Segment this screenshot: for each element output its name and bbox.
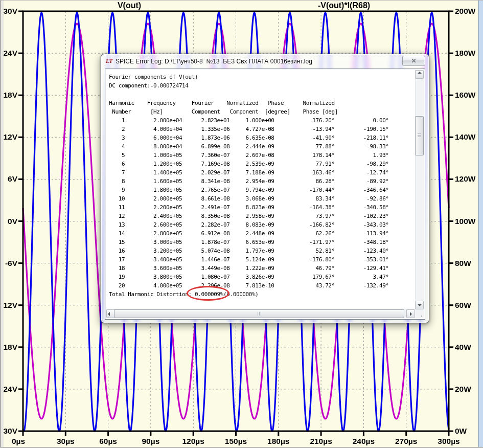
y-left-tick-label: 24V [3, 49, 17, 57]
log-line: Number [Hz] Component Component [degree]… [109, 107, 415, 116]
y-left-tick-label: 30V [3, 7, 17, 15]
log-line: 3 6.000e+04 1.873e-06 6.635e-08 -41.90° … [109, 133, 415, 142]
x-tick-label: 120µs [182, 437, 204, 445]
log-text: Fourier components of V(out)DC component… [106, 70, 415, 309]
log-line: 2 4.000e+04 1.335e-06 4.727e-08 -13.94° … [109, 125, 415, 133]
log-line: 19 3.800e+05 1.080e-07 3.826e-09 179.67°… [109, 273, 415, 281]
log-line: 10 2.000e+05 8.661e-08 3.068e-09 83.34° … [109, 194, 415, 203]
log-line: DC component:-0.000724714 [109, 81, 415, 90]
log-line: 12 2.400e+05 8.350e-08 2.958e-09 73.97° … [109, 212, 415, 220]
vertical-scroll-thumb[interactable] [415, 116, 424, 155]
x-tick-label: 270µs [395, 437, 417, 445]
log-line: 15 3.000e+05 1.878e-07 6.653e-09 -171.97… [109, 238, 415, 247]
ltspice-window: { "colors": { "plot_background": "#FBFBE… [0, 0, 483, 448]
window-edge-top [0, 0, 483, 1]
y-right-tick-label: 100W [455, 217, 476, 226]
y-left-tick-label: 0V [8, 217, 18, 226]
log-line: 6 1.200e+05 7.169e-08 2.539e-09 77.91° -… [109, 160, 415, 168]
y-right-tick-label: 0W [455, 427, 467, 435]
x-tick-label: 150µs [225, 437, 247, 445]
scroll-down-icon[interactable] [415, 301, 424, 309]
log-line: 17 3.400e+05 1.446e-07 5.124e-09 -176.80… [109, 255, 415, 264]
resize-grip[interactable] [415, 309, 424, 318]
y-right-tick-label: 80W [455, 259, 471, 267]
log-line [109, 90, 415, 99]
y-right-tick-label: 180W [455, 49, 476, 57]
x-tick-label: 300µs [438, 437, 459, 445]
log-line: 4 8.000e+04 6.899e-08 2.444e-09 77.88° -… [109, 142, 415, 151]
y-left-tick-label: 18V [3, 91, 17, 99]
y-left-tick-label: -6V [5, 259, 18, 267]
close-button[interactable]: ✕ [402, 56, 425, 66]
y-right-tick-label: 20W [455, 385, 471, 393]
log-line: 18 3.600e+05 3.449e-08 1.222e-09 46.79° … [109, 264, 415, 273]
scroll-up-icon[interactable] [415, 70, 424, 79]
trace-label-power[interactable]: -V(out)*I(R68) [318, 1, 370, 10]
ltspice-icon: LT [106, 58, 113, 64]
close-icon: ✕ [411, 57, 416, 64]
x-tick-label: 0µs [12, 437, 25, 445]
vertical-scrollbar[interactable] [415, 70, 424, 309]
x-tick-label: 60µs [99, 437, 117, 445]
horizontal-scroll-thumb[interactable] [114, 309, 404, 318]
x-tick-label: 210µs [310, 437, 332, 445]
log-line: 16 3.200e+05 5.074e-08 1.797e-09 52.81° … [109, 247, 415, 255]
thd-annotation-ellipse [187, 286, 229, 301]
y-right-tick-label: 160W [455, 91, 476, 99]
log-line: 1 2.000e+04 2.823e+01 1.000e+00 176.20° … [109, 116, 415, 125]
y-right-tick-label: 140W [455, 132, 476, 141]
log-line: 9 1.800e+05 2.765e-07 9.794e-09 -170.44°… [109, 186, 415, 194]
spice-error-log-dialog: LT SPICE Error Log: D:\LT\унч50-8 №13 БЕ… [101, 54, 429, 323]
y-right-tick-label: 60W [455, 301, 471, 309]
y-left-tick-label: 6V [8, 174, 18, 183]
log-line: 5 1.000e+05 7.360e-07 2.607e-08 178.14° … [109, 151, 415, 160]
y-right-tick-label: 200W [455, 7, 476, 15]
log-line: Fourier components of V(out) [109, 73, 415, 81]
log-line: 8 1.600e+05 8.341e-08 2.954e-09 86.28° -… [109, 177, 415, 186]
log-line: 11 2.200e+05 2.491e-07 8.823e-09 -164.38… [109, 203, 415, 212]
y-right-tick-label: 40W [455, 343, 471, 351]
log-line: 7 1.400e+05 2.029e-07 7.188e-09 163.46° … [109, 168, 415, 177]
window-edge-left [0, 0, 4, 448]
dialog-titlebar[interactable]: LT SPICE Error Log: D:\LT\унч50-8 №13 БЕ… [101, 54, 429, 69]
y-left-tick-label: 12V [3, 132, 17, 141]
horizontal-scrollbar[interactable] [106, 309, 415, 318]
x-tick-label: 240µs [353, 437, 375, 445]
x-tick-label: 180µs [267, 437, 289, 445]
log-line: 20 4.000e+05 2.206e-08 7.813e-10 43.72° … [109, 281, 415, 290]
log-viewport[interactable]: Fourier components of V(out)DC component… [105, 69, 425, 320]
dialog-title: SPICE Error Log: D:\LT\унч50-8 №13 БЕЗ С… [116, 58, 312, 65]
scroll-right-icon[interactable] [406, 309, 415, 318]
x-tick-label: 30µs [57, 437, 75, 445]
log-line: Total Harmonic Distortion: 0.000009%(0.0… [109, 290, 415, 299]
x-tick-label: 90µs [142, 437, 160, 445]
window-edge-right [478, 0, 483, 448]
log-line: 14 2.800e+05 6.912e-08 2.448e-09 62.26° … [109, 229, 415, 238]
log-line: Harmonic Frequency Fourier Normalized Ph… [109, 99, 415, 107]
trace-label-vout[interactable]: V(out) [118, 1, 141, 10]
log-line: 13 2.600e+05 2.282e-07 8.083e-09 -166.82… [109, 220, 415, 229]
y-right-tick-label: 120W [455, 174, 476, 183]
